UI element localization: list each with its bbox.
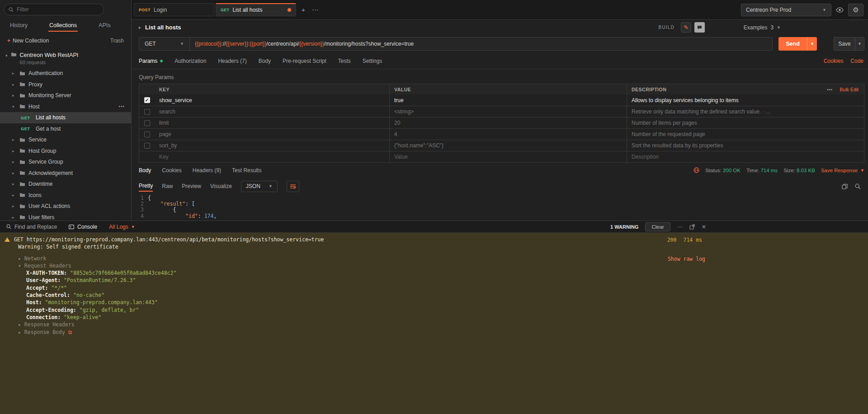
sidebar-tab-collections[interactable]: Collections <box>48 20 78 32</box>
tab-params[interactable]: Params <box>139 58 163 64</box>
more-options-icon[interactable]: ••• <box>827 87 833 92</box>
param-value[interactable]: true <box>389 94 627 106</box>
folder-icons[interactable]: ▸Icons <box>0 190 131 201</box>
collapse-caret-icon[interactable]: ▸ <box>139 25 141 30</box>
format-select[interactable]: JSON ▼ <box>241 181 278 192</box>
param-key[interactable]: limit <box>155 118 389 128</box>
view-tab-preview[interactable]: Preview <box>182 181 201 191</box>
search-response-button[interactable] <box>855 183 861 189</box>
folder-host[interactable]: ▾Host••• <box>0 101 131 113</box>
environment-quick-look-eye-button[interactable] <box>836 7 844 13</box>
view-tab-visualize[interactable]: Visualize <box>210 181 232 191</box>
param-key[interactable]: page <box>155 129 389 140</box>
request-get-a-host[interactable]: GETGet a host <box>0 123 131 135</box>
new-collection-button[interactable]: +New Collection <box>7 38 49 44</box>
param-key[interactable]: search <box>155 106 389 117</box>
edit-pencil-button[interactable]: ✎ <box>681 22 691 33</box>
close-console-button[interactable]: ✕ <box>702 224 706 230</box>
view-tab-pretty[interactable]: Pretty <box>139 181 153 192</box>
param-checkbox[interactable] <box>144 109 150 115</box>
param-description[interactable]: Sort the resulted data by its properties <box>627 140 819 151</box>
more-tabs-button[interactable]: ⋯ <box>309 4 321 16</box>
show-raw-log-link[interactable]: Show raw log <box>668 255 705 263</box>
settings-gear-button[interactable]: ⚙ <box>848 4 863 16</box>
param-key[interactable]: Key <box>155 151 389 162</box>
bulk-edit-button[interactable]: Bulk Edit <box>840 87 859 92</box>
folder-acknowledgement[interactable]: ▸Acknowledgement <box>0 168 131 179</box>
response-tab-cookies[interactable]: Cookies <box>162 167 181 174</box>
response-headers-section-toggle[interactable]: ▸ Response Headers <box>5 321 868 328</box>
tab-body[interactable]: Body <box>259 58 271 64</box>
sidebar-tab-apis[interactable]: APIs <box>98 20 111 32</box>
open-console-window-button[interactable] <box>689 224 695 230</box>
tab-tests[interactable]: Tests <box>338 58 351 64</box>
response-tab-body[interactable]: Body <box>139 167 151 174</box>
method-select[interactable]: GET ▼ <box>139 38 190 50</box>
new-tab-button[interactable]: + <box>297 4 309 16</box>
param-value[interactable]: Value <box>389 151 627 162</box>
tab-settings[interactable]: Settings <box>363 58 382 64</box>
param-checkbox[interactable] <box>144 143 150 149</box>
tab-pre-request-script[interactable]: Pre-request Script <box>283 58 326 64</box>
folder-downtime[interactable]: ▸Downtime <box>0 179 131 190</box>
tab-authorization[interactable]: Authorization <box>175 58 206 64</box>
request-list-all-hosts[interactable]: GETList all hosts <box>0 112 131 123</box>
environment-select[interactable]: Centreon Pre Prod ▼ <box>741 4 831 16</box>
param-value[interactable]: 4 <box>389 129 627 140</box>
param-value[interactable]: <string> <box>389 106 627 117</box>
console-request-entry[interactable]: GET https://monitoring-preprod.company.l… <box>5 236 868 243</box>
save-button[interactable]: Save <box>834 37 855 51</box>
param-key[interactable]: show_service <box>155 94 389 106</box>
cookies-link[interactable]: Cookies <box>824 58 843 64</box>
send-options-button[interactable]: ▼ <box>807 37 817 51</box>
find-and-replace-button[interactable]: Find and Replace <box>6 224 57 230</box>
url-input[interactable]: {{protocol}}://{{server}}:{{port}}/centr… <box>190 38 772 50</box>
folder-proxy[interactable]: ▸Proxy <box>0 79 131 90</box>
response-tab-test-results[interactable]: Test Results <box>232 167 261 174</box>
save-response-button[interactable]: Save Response▼ <box>821 168 864 173</box>
code-link[interactable]: Code <box>850 58 863 64</box>
folder-host-group[interactable]: ▸Host Group <box>0 146 131 157</box>
param-description[interactable]: Description <box>627 151 819 162</box>
sidebar-tab-history[interactable]: History <box>9 20 28 32</box>
more-options-icon[interactable]: ••• <box>118 104 125 109</box>
request-headers-section-toggle[interactable]: ▾ Request Headers <box>5 262 868 269</box>
folder-user-acl-actions[interactable]: ▸User ACL actions <box>0 201 131 212</box>
wrap-lines-button[interactable] <box>287 181 299 192</box>
collection-root[interactable]: ▾ Centreon Web RestAPI 60 requests <box>0 48 131 68</box>
folder-service-group[interactable]: ▸Service Group <box>0 156 131 168</box>
param-value[interactable]: {"host.name":"ASC"} <box>389 140 627 151</box>
network-warning-globe-icon[interactable] <box>693 167 699 173</box>
send-button[interactable]: Send <box>778 37 807 51</box>
param-key[interactable]: sort_by <box>155 140 389 151</box>
param-value[interactable]: 20 <box>389 118 627 128</box>
open-tab-list-all-hosts[interactable]: GETList all hosts <box>216 3 296 16</box>
response-tab-headers-9-[interactable]: Headers (9) <box>193 167 221 174</box>
console-tab-button[interactable]: Console <box>69 224 97 230</box>
filter-box[interactable] <box>4 4 104 15</box>
view-tab-raw[interactable]: Raw <box>162 181 173 191</box>
response-body-section-toggle[interactable]: ▸ Response Body⧉ <box>5 329 868 336</box>
param-description[interactable]: Retrieve only data matching the defined … <box>627 106 819 117</box>
tab-headers-7-[interactable]: Headers (7) <box>218 58 246 64</box>
examples-dropdown[interactable]: Examples 3 ▼ <box>744 24 781 31</box>
clear-console-button[interactable]: Clear <box>645 222 670 231</box>
filter-input[interactable] <box>17 6 99 13</box>
folder-service[interactable]: ▸Service <box>0 134 131 146</box>
param-checkbox[interactable]: ✓ <box>144 97 150 103</box>
comment-button[interactable] <box>694 22 705 33</box>
console-more-options-button[interactable]: ⋯ <box>677 224 683 230</box>
param-checkbox[interactable] <box>144 132 150 137</box>
open-tab-login[interactable]: POSTLogin <box>134 3 214 16</box>
param-description[interactable]: Allows to display services belonging to … <box>627 94 819 106</box>
trash-button[interactable]: Trash <box>110 38 124 44</box>
param-checkbox[interactable] <box>144 120 150 126</box>
log-filter-dropdown[interactable]: All Logs ▼ <box>109 224 135 230</box>
copy-response-button[interactable] <box>842 183 848 189</box>
param-description[interactable]: Number of items per pages <box>627 118 819 128</box>
save-options-button[interactable]: ▼ <box>855 37 864 51</box>
param-description[interactable]: Number of the requested page <box>627 129 819 140</box>
folder-authentication[interactable]: ▸Authentication <box>0 68 131 79</box>
network-section-toggle[interactable]: ▸ Network <box>5 255 868 262</box>
folder-monitoring-server[interactable]: ▸Monitoring Server <box>0 90 131 101</box>
